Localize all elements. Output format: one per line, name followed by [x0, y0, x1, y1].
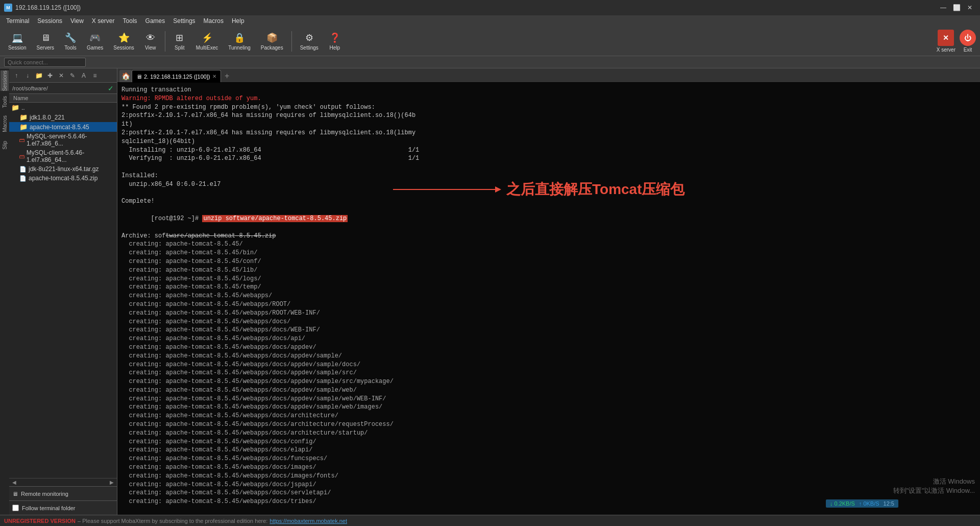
- tree-item-dotdot[interactable]: 📁 ..: [9, 103, 117, 112]
- view-icon: 👁: [144, 32, 157, 44]
- tree-item-tomcat[interactable]: 📁 apache-tomcat-8.5.45: [9, 122, 117, 132]
- toolbar-settings[interactable]: ⚙ Settings: [296, 30, 323, 53]
- term-line: creating: apache-tomcat-8.5.45/webapps/d…: [121, 369, 976, 377]
- close-button[interactable]: ✕: [964, 2, 976, 14]
- tab-icon: 🖥: [136, 74, 142, 80]
- side-sessions-button[interactable]: Sessions: [1, 70, 9, 91]
- follow-terminal-label: Follow terminal folder: [22, 505, 76, 511]
- titlebar: M 192.168.119.125 ([100]) — ⬜ ✕: [0, 0, 980, 15]
- toolbar-tools-label: Tools: [64, 45, 76, 51]
- tree-scroll-bottom: ◀ ▶: [9, 478, 117, 486]
- tab-close-button[interactable]: ✕: [212, 74, 216, 79]
- current-path: /root/software/: [12, 85, 48, 91]
- term-line: creating: apache-tomcat-8.5.45/webapps/R…: [121, 300, 976, 309]
- maximize-button[interactable]: ⬜: [950, 2, 963, 14]
- menu-help[interactable]: Help: [228, 16, 249, 26]
- tree-item-jdk[interactable]: 📁 jdk1.8.0_221: [9, 112, 117, 122]
- term-line: creating: apache-tomcat-8.5.45/temp/: [121, 283, 976, 292]
- tree-up-button[interactable]: ↑: [11, 70, 21, 81]
- toolbar-view[interactable]: 👁 View: [140, 30, 161, 53]
- folder-icon: 📁: [19, 113, 28, 121]
- menu-macros[interactable]: Macros: [200, 16, 228, 26]
- minimize-button[interactable]: —: [937, 2, 949, 14]
- scroll-left-icon[interactable]: ◀: [12, 480, 16, 485]
- unregistered-label: UNREGISTERED VERSION: [4, 518, 76, 524]
- term-line: creating: apache-tomcat-8.5.45/webapps/d…: [121, 446, 976, 455]
- term-line: creating: apache-tomcat-8.5.45/webapps/d…: [121, 472, 976, 481]
- toolbar-multiexec[interactable]: ⚡ MultiExec: [192, 30, 222, 53]
- menu-xserver[interactable]: X server: [88, 16, 119, 26]
- side-tools-button[interactable]: Tools: [1, 92, 9, 112]
- toolbar-help[interactable]: ❓ Help: [325, 30, 345, 53]
- app-icon: M: [4, 4, 12, 12]
- multiexec-icon: ⚡: [201, 32, 213, 44]
- tree-add-button[interactable]: ✚: [45, 70, 55, 81]
- packages-icon: 📦: [266, 32, 278, 44]
- tree-item-mysql-server[interactable]: 🗃 MySQL-server-5.6.46-1.el7.x86_6...: [9, 132, 117, 148]
- toolbar-sessions[interactable]: ⭐ Sessions: [109, 30, 138, 53]
- term-line: it): [121, 120, 976, 129]
- term-line: creating: apache-tomcat-8.5.45/webapps/: [121, 292, 976, 300]
- quickconnect-input[interactable]: [4, 58, 86, 67]
- toolbar-session[interactable]: 💻 Session: [4, 30, 31, 53]
- tab-session-1[interactable]: 🖥 2. 192.168.119.125 ([100]) ✕: [132, 70, 221, 82]
- term-line: Running transaction: [121, 86, 976, 94]
- split-icon: ⊞: [174, 32, 186, 44]
- toolbar-games[interactable]: 🎮 Games: [83, 30, 107, 53]
- menu-tools[interactable]: Tools: [119, 16, 141, 26]
- new-tab-button[interactable]: +: [221, 70, 233, 82]
- toolbar-right: ✕ X server ⏻ Exit: [937, 30, 976, 53]
- remote-monitoring-label: Remote monitoring: [21, 491, 68, 497]
- scroll-right-icon[interactable]: ▶: [110, 480, 114, 485]
- term-line-prompt: [root@192 ~]# unzip software/apache-tomc…: [121, 206, 976, 231]
- toolbar-tools[interactable]: 🔧 Tools: [60, 30, 81, 53]
- tab-home-button[interactable]: 🏠: [119, 70, 132, 82]
- side-macros-button[interactable]: Macros: [1, 113, 9, 134]
- menu-sessions[interactable]: Sessions: [33, 16, 66, 26]
- tree-item-tomcat-zip[interactable]: 📄 apache-tomcat-8.5.45.zip: [9, 174, 117, 183]
- tree-font-button[interactable]: A: [79, 70, 89, 81]
- term-line: creating: apache-tomcat-8.5.45/webapps/d…: [121, 326, 976, 334]
- toolbar-split[interactable]: ⊞ Split: [169, 30, 190, 53]
- servers-icon: 🖥: [39, 32, 52, 44]
- tree-new-folder-button[interactable]: 📁: [34, 70, 44, 81]
- follow-terminal-checkbox[interactable]: [12, 505, 19, 511]
- tree-down-button[interactable]: ↓: [22, 70, 33, 81]
- toolbar-settings-label: Settings: [300, 45, 318, 51]
- toolbar-packages[interactable]: 📦 Packages: [257, 30, 287, 53]
- tree-edit-button[interactable]: ✎: [67, 70, 78, 81]
- archive-icon: 📄: [19, 166, 27, 173]
- tree-item-jdk-tar[interactable]: 📄 jdk-8u221-linux-x64.tar.gz: [9, 164, 117, 174]
- side-slip-button[interactable]: Slip: [1, 135, 9, 155]
- left-inner: ↑ ↓ 📁 ✚ ✕ ✎ A ≡ /root/software/ ✓ Name: [9, 68, 117, 515]
- statusbar-message: – Please support MobaXterm by subscribin…: [78, 518, 267, 524]
- toolbar-session-label: Session: [8, 45, 27, 51]
- quickconnect-bar: [0, 56, 980, 68]
- remote-monitoring-button[interactable]: 🖥 Remote monitoring: [9, 486, 117, 500]
- term-line: creating: apache-tomcat-8.5.45/webapps/d…: [121, 481, 976, 489]
- tree-menu-button[interactable]: ≡: [90, 70, 100, 81]
- term-line: creating: apache-tomcat-8.5.45/webapps/d…: [121, 412, 976, 420]
- toolbar-tunneling[interactable]: 🔒 Tunneling: [224, 30, 255, 53]
- exit-button[interactable]: ⏻ Exit: [960, 30, 976, 53]
- left-panel: Sessions Tools Macros Slip ↑ ↓ 📁 ✚ ✕ ✎ A…: [0, 68, 117, 515]
- mobaxterm-link[interactable]: https://mobaxterm.mobatek.net: [270, 518, 347, 524]
- menu-terminal[interactable]: Terminal: [2, 16, 33, 26]
- tree-delete-button[interactable]: ✕: [56, 70, 66, 81]
- term-line: creating: apache-tomcat-8.5.45/webapps/d…: [121, 361, 976, 369]
- toolbar-packages-label: Packages: [261, 45, 283, 51]
- toolbar-servers[interactable]: 🖥 Servers: [33, 30, 58, 53]
- menu-games[interactable]: Games: [141, 16, 169, 26]
- menu-view[interactable]: View: [66, 16, 88, 26]
- menu-settings[interactable]: Settings: [169, 16, 199, 26]
- prompt-text: [root@192 ~]#: [151, 215, 203, 222]
- terminal-area[interactable]: Running transaction Warning: RPMDB alter…: [117, 83, 980, 515]
- games-icon: 🎮: [89, 32, 101, 44]
- term-line: creating: apache-tomcat-8.5.45/webapps/d…: [121, 343, 976, 352]
- xserver-button[interactable]: ✕ X server: [937, 30, 955, 53]
- toolbar-help-label: Help: [330, 45, 340, 51]
- right-panel: 🏠 🖥 2. 192.168.119.125 ([100]) ✕ + Runni…: [117, 68, 980, 515]
- toolbar: 💻 Session 🖥 Servers 🔧 Tools 🎮 Games ⭐ Se…: [0, 27, 980, 56]
- term-line: creating: apache-tomcat-8.5.45/lib/: [121, 266, 976, 275]
- tree-item-mysql-client[interactable]: 🗃 MySQL-client-5.6.46-1.el7.x86_64...: [9, 148, 117, 164]
